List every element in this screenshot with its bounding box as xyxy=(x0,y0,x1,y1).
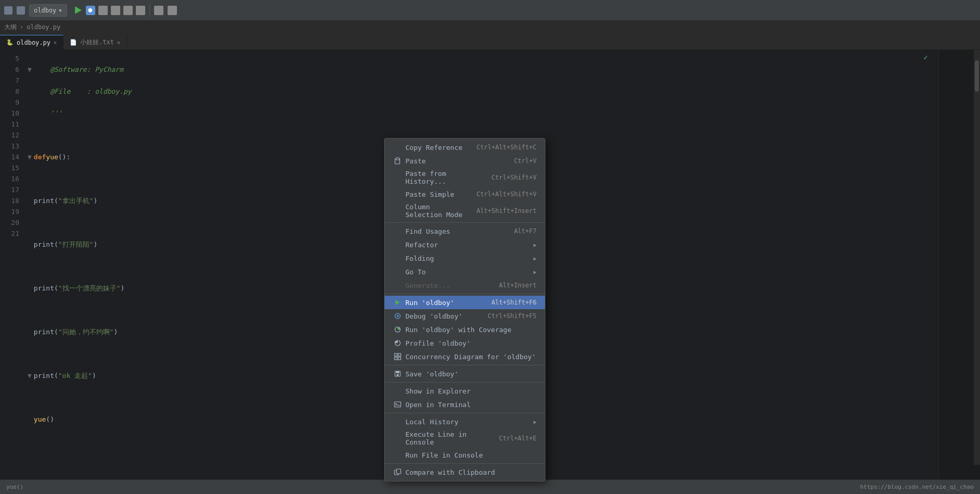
paste-simple-label: Paste Simple xyxy=(405,191,468,198)
menu-item-folding[interactable]: Folding ▶ xyxy=(385,251,545,265)
menu-item-paste-simple[interactable]: Paste Simple Ctrl+Alt+Shift+V xyxy=(385,187,545,201)
svg-point-4 xyxy=(397,315,399,317)
svg-rect-17 xyxy=(397,469,401,474)
menu-item-paste[interactable]: Paste Ctrl+V xyxy=(385,154,545,168)
menu-item-run-file-console[interactable]: Run File in Console xyxy=(385,448,545,462)
debug-oldboy-icon xyxy=(393,311,402,321)
reload-icon[interactable] xyxy=(111,6,120,15)
local-history-arrow: ▶ xyxy=(533,419,537,425)
tab-label-xiaowawa: 小娃娃.txt xyxy=(80,38,114,47)
paste-history-label: Paste from History... xyxy=(405,170,483,185)
tab-close-oldboy[interactable]: ✕ xyxy=(54,40,57,45)
menu-item-show-explorer[interactable]: Show in Explorer xyxy=(385,384,545,398)
debug-oldboy-shortcut: Ctrl+Shift+F5 xyxy=(488,312,537,320)
statusbar: yue() https://blog.csdn.net/xie_qi_chao xyxy=(0,479,980,494)
menu-item-save-oldboy[interactable]: Save 'oldboy' xyxy=(385,367,545,381)
paste-icon xyxy=(393,156,402,166)
menu-item-goto[interactable]: Go To ▶ xyxy=(385,265,545,278)
run-file-console-icon xyxy=(393,450,402,460)
refactor-label: Refactor xyxy=(405,241,529,249)
generate-icon xyxy=(393,281,402,290)
tab-close-xiaowawa[interactable]: ✕ xyxy=(117,40,120,45)
find-usages-icon xyxy=(393,226,402,236)
scrollbar-thumb[interactable] xyxy=(975,60,979,92)
show-explorer-icon xyxy=(393,386,402,396)
menu-item-execute-line[interactable]: Execute Line in Console Ctrl+Alt+E xyxy=(385,428,545,448)
menu-item-refactor[interactable]: Refactor ▶ xyxy=(385,238,545,251)
run-file-console-label: Run File in Console xyxy=(405,451,537,459)
menu-item-copy-reference[interactable]: Copy Reference Ctrl+Alt+Shift+C xyxy=(385,141,545,154)
run-coverage-label: Run 'oldboy' with Coverage xyxy=(405,326,537,334)
menu-item-concurrency[interactable]: Concurrency Diagram for 'oldboy' xyxy=(385,350,545,363)
paste-simple-shortcut: Ctrl+Alt+Shift+V xyxy=(476,191,537,198)
goto-icon xyxy=(393,267,402,276)
refactor-arrow: ▶ xyxy=(533,242,537,248)
local-history-icon xyxy=(393,417,402,426)
scrollbar-track[interactable] xyxy=(974,50,980,465)
breadcrumb-project[interactable]: 大纲 xyxy=(4,23,17,32)
save-oldboy-label: Save 'oldboy' xyxy=(405,370,537,378)
find-usages-label: Find Usages xyxy=(405,227,506,235)
generate-label: Generate... xyxy=(405,282,491,289)
menu-item-run-coverage[interactable]: Run 'oldboy' with Coverage xyxy=(385,323,545,336)
menu-item-paste-history[interactable]: Paste from History... Ctrl+Shift+V xyxy=(385,168,545,187)
concurrency-icon xyxy=(393,352,402,361)
tab-xiaowawa-txt[interactable]: 📄 小娃娃.txt ✕ xyxy=(63,35,127,49)
project-selector[interactable]: oldboy ▾ xyxy=(29,4,67,17)
tab-oldboy-py[interactable]: 🐍 oldboy.py ✕ xyxy=(0,35,63,49)
separator-2 xyxy=(385,294,545,294)
toolbar: oldboy ▾ ⬢ xyxy=(0,0,980,21)
execute-line-label: Execute Line in Console xyxy=(405,430,491,446)
paste-history-icon xyxy=(393,173,402,182)
statusbar-left: yue() xyxy=(6,484,23,490)
menu-item-find-usages[interactable]: Find Usages Alt+F7 xyxy=(385,224,545,238)
debug-icon[interactable]: ⬢ xyxy=(86,6,95,15)
menu-item-profile-oldboy[interactable]: Profile 'oldboy' xyxy=(385,336,545,350)
svg-rect-12 xyxy=(396,371,399,373)
validation-indicator: ✓ xyxy=(924,53,928,61)
menu-item-debug-oldboy[interactable]: Debug 'oldboy' Ctrl+Shift+F5 xyxy=(385,309,545,323)
debug-oldboy-label: Debug 'oldboy' xyxy=(405,312,479,320)
stop-icon[interactable] xyxy=(123,6,133,15)
coverage-icon[interactable] xyxy=(136,6,145,15)
dropdown-icon: ▾ xyxy=(58,7,62,14)
open-terminal-label: Open in Terminal xyxy=(405,401,537,409)
run-coverage-icon xyxy=(393,325,402,334)
svg-rect-10 xyxy=(398,357,401,360)
menu-item-local-history[interactable]: Local History ▶ xyxy=(385,415,545,428)
run-oldboy-icon xyxy=(393,298,402,307)
menu-item-column-selection[interactable]: Column Selection Mode Alt+Shift+Insert xyxy=(385,201,545,221)
project-label: oldboy xyxy=(34,7,56,14)
menu-item-open-terminal[interactable]: Open in Terminal xyxy=(385,398,545,411)
refactor-icon xyxy=(393,240,402,249)
menu-item-compare-clipboard[interactable]: Compare with Clipboard xyxy=(385,465,545,479)
menu-item-run-oldboy[interactable]: Run 'oldboy' Alt+Shift+F6 xyxy=(385,296,545,309)
profile-oldboy-icon xyxy=(393,338,402,348)
execute-line-shortcut: Ctrl+Alt+E xyxy=(499,435,537,442)
compare-clipboard-icon xyxy=(393,467,402,477)
back-icon[interactable] xyxy=(4,6,12,15)
code-line-7: ▼ ''' xyxy=(28,108,938,119)
execute-line-icon xyxy=(393,434,402,443)
forward-icon[interactable] xyxy=(17,6,25,15)
settings-icon[interactable] xyxy=(154,6,163,15)
column-selection-icon xyxy=(393,206,402,216)
breadcrumb-file[interactable]: oldboy.py xyxy=(27,23,60,31)
statusbar-right: https://blog.csdn.net/xie_qi_chao xyxy=(860,484,974,490)
paste-history-shortcut: Ctrl+Shift+V xyxy=(491,174,537,181)
svg-rect-8 xyxy=(398,353,401,356)
show-explorer-label: Show in Explorer xyxy=(405,387,537,395)
compare-clipboard-label: Compare with Clipboard xyxy=(405,468,537,476)
separator-1 xyxy=(385,222,545,223)
goto-arrow: ▶ xyxy=(533,269,537,275)
run-icon[interactable] xyxy=(73,6,83,15)
tools-icon[interactable] xyxy=(168,6,177,15)
build-icon[interactable] xyxy=(98,6,108,15)
separator-4 xyxy=(385,382,545,383)
svg-rect-1 xyxy=(396,158,399,160)
tabs-bar: 🐍 oldboy.py ✕ 📄 小娃娃.txt ✕ xyxy=(0,33,980,50)
breadcrumb: 大纲 › oldboy.py xyxy=(0,21,980,33)
svg-rect-7 xyxy=(394,353,397,356)
menu-item-generate[interactable]: Generate... Alt+Insert xyxy=(385,278,545,292)
run-oldboy-label: Run 'oldboy' xyxy=(405,299,483,307)
